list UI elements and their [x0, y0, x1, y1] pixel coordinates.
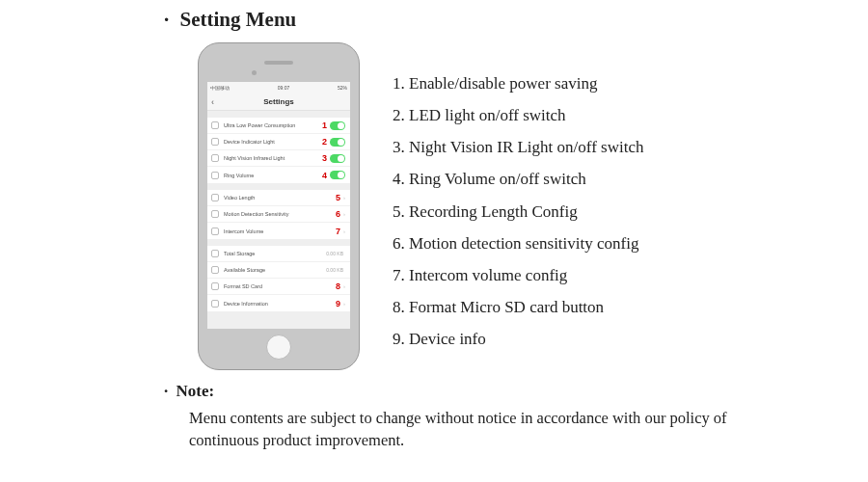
- settings-group: Ultra Low Power Consumption1Device Indic…: [207, 118, 350, 183]
- settings-group: Total Storage0.00 KBAvailable Storage0.0…: [207, 246, 350, 311]
- legend-item: 2. LED light on/off switch: [393, 99, 643, 131]
- row-icon: [211, 172, 219, 179]
- row-label: Format SD Card: [224, 283, 336, 289]
- legend-item: 7. Intercom volume config: [393, 259, 643, 291]
- chevron-right-icon: ›: [343, 195, 345, 201]
- phone-mockup: 中国移动 09:07 52% ‹ Settings Ultra Low Powe…: [198, 42, 360, 370]
- row-icon: [211, 228, 219, 235]
- settings-row[interactable]: Format SD Card8›: [207, 279, 350, 295]
- row-icon: [211, 282, 219, 290]
- settings-group: Video Length5›Motion Detection Sensitivi…: [207, 190, 350, 239]
- legend-item: 3. Night Vision IR Light on/off switch: [393, 131, 643, 163]
- note-body: Menu contents are subject to change with…: [189, 407, 729, 451]
- row-label: Intercom Volume: [224, 228, 336, 234]
- row-callout-number: 1: [322, 120, 327, 130]
- heading-text: Setting Menu: [180, 8, 297, 31]
- legend-list: 1. Enable/disable power saving2. LED lig…: [393, 67, 643, 355]
- row-label: Total Storage: [224, 251, 326, 256]
- row-label: Night Vision Infrared Light: [224, 155, 322, 161]
- row-callout-number: 8: [336, 281, 340, 291]
- carrier-text: 中国移动: [210, 85, 230, 91]
- row-callout-number: 2: [322, 137, 327, 147]
- chevron-right-icon: ›: [343, 228, 345, 234]
- settings-row[interactable]: Night Vision Infrared Light3: [207, 150, 350, 167]
- row-label: Video Length: [224, 195, 336, 201]
- settings-row[interactable]: Intercom Volume7›: [207, 223, 350, 239]
- settings-row[interactable]: Motion Detection Sensitivity6›: [207, 206, 350, 223]
- row-callout-number: 3: [322, 153, 327, 163]
- row-callout-number: 4: [322, 171, 327, 180]
- phone-speaker: [264, 61, 293, 65]
- row-value: 0.00 KB: [326, 267, 343, 273]
- row-label: Available Storage: [224, 267, 326, 273]
- row-icon: [211, 300, 219, 308]
- legend-item: 4. Ring Volume on/off switch: [393, 163, 643, 195]
- toggle-switch[interactable]: [330, 121, 345, 130]
- note-heading-text: Note:: [176, 382, 215, 400]
- note-heading: · Note:: [164, 382, 214, 401]
- chevron-right-icon: ›: [343, 283, 345, 289]
- legend-item: 1. Enable/disable power saving: [393, 67, 643, 99]
- toggle-switch[interactable]: [330, 171, 345, 179]
- row-callout-number: 9: [336, 299, 340, 308]
- settings-row[interactable]: Ring Volume4: [207, 167, 350, 183]
- settings-row[interactable]: Device Information9›: [207, 295, 350, 311]
- chevron-right-icon: ›: [343, 211, 345, 217]
- row-callout-number: 7: [336, 227, 340, 236]
- row-icon: [211, 194, 219, 201]
- row-icon: [211, 154, 219, 162]
- row-label: Ultra Low Power Consumption: [224, 122, 322, 128]
- row-label: Ring Volume: [224, 173, 322, 178]
- chevron-right-icon: ›: [343, 301, 345, 307]
- toggle-switch[interactable]: [330, 138, 345, 147]
- back-chevron-icon[interactable]: ‹: [211, 94, 214, 111]
- row-label: Motion Detection Sensitivity: [224, 211, 336, 217]
- battery-text: 52%: [338, 85, 347, 91]
- row-label: Device Information: [224, 301, 336, 307]
- home-button[interactable]: [266, 335, 291, 360]
- row-icon: [211, 121, 219, 129]
- settings-row[interactable]: Ultra Low Power Consumption1: [207, 118, 350, 134]
- settings-row: Total Storage0.00 KB: [207, 246, 350, 262]
- row-icon: [211, 138, 219, 146]
- settings-row[interactable]: Device Indicator Light2: [207, 134, 350, 150]
- settings-row[interactable]: Video Length5›: [207, 190, 350, 206]
- phone-camera: [252, 70, 257, 75]
- row-icon: [211, 266, 219, 274]
- phone-screen: 中国移动 09:07 52% ‹ Settings Ultra Low Powe…: [207, 82, 350, 329]
- status-bar: 中国移动 09:07 52%: [207, 82, 350, 94]
- row-value: 0.00 KB: [326, 251, 343, 256]
- row-icon: [211, 210, 219, 218]
- section-heading: · Setting Menu: [164, 8, 296, 32]
- row-label: Device Indicator Light: [224, 139, 322, 145]
- legend-item: 5. Recording Length Config: [393, 196, 643, 228]
- bullet-icon: ·: [164, 382, 168, 400]
- toggle-switch[interactable]: [330, 154, 345, 163]
- nav-bar: ‹ Settings: [207, 94, 350, 111]
- nav-title: Settings: [263, 97, 294, 106]
- legend-item: 8. Format Micro SD card button: [393, 291, 643, 323]
- settings-row: Available Storage0.00 KB: [207, 262, 350, 279]
- row-callout-number: 6: [336, 209, 340, 219]
- legend-item: 6. Motion detection sensitivity config: [393, 228, 643, 259]
- clock-text: 09:07: [278, 85, 290, 91]
- legend-item: 9. Device info: [393, 323, 643, 355]
- bullet-icon: ·: [164, 8, 169, 31]
- row-icon: [211, 250, 219, 257]
- row-callout-number: 5: [336, 193, 340, 202]
